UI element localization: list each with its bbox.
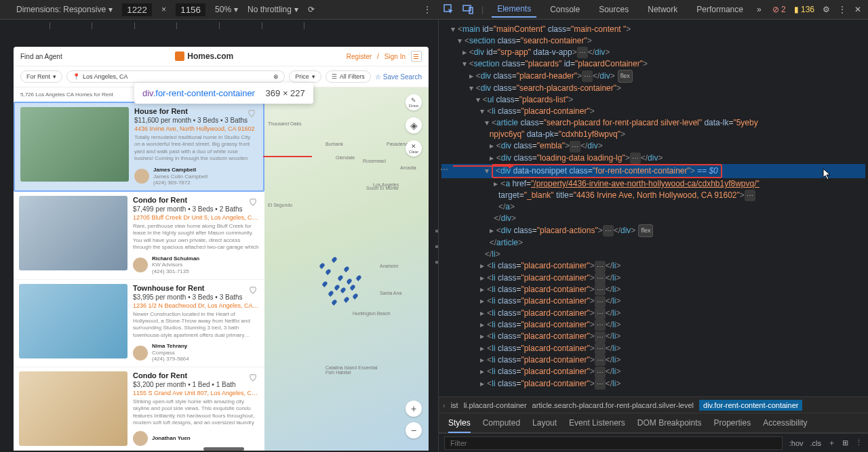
tab-elements[interactable]: Elements [492,1,536,18]
listing-description: Newer Construction located in the Heart … [133,311,259,340]
tab-network[interactable]: Network [642,2,683,17]
agent-name: James Campbell [153,167,208,173]
tab-console[interactable]: Console [545,2,585,17]
listing-card[interactable]: Townhouse for Rent $3,995 per month • 3 … [14,280,264,367]
listing-address[interactable]: 4436 Irvine Ave, North Hollywood, CA 916… [134,125,258,132]
cls-toggle[interactable]: .cls [810,439,822,447]
tab-computed[interactable]: Computed [483,418,520,428]
device-icon[interactable] [462,4,473,15]
settings-icon[interactable]: ⚙ [823,5,830,14]
hov-toggle[interactable]: :hov [789,439,804,447]
height-input[interactable] [176,3,205,16]
listing-price: $7,499 per month • 3 Beds • 2 Baths [133,205,259,213]
breadcrumb-scroll-left[interactable]: ‹ [443,401,446,409]
agent-phone: (424) 379-5864 [152,356,189,363]
annotation-arrow [263,156,312,157]
agent-avatar [133,346,148,361]
styles-filter-input[interactable] [444,436,783,450]
agent-company: James Colin Campbell [153,173,208,180]
listing-photo[interactable] [19,196,127,270]
heart-icon[interactable] [248,197,258,207]
listing-photo[interactable] [19,371,127,446]
results-column: 5,726 Los Angeles CA Homes for Rent Hous… [14,87,264,451]
tab-dom-breakpoints[interactable]: DOM Breakpoints [637,418,702,428]
width-input[interactable] [122,3,152,16]
heart-icon[interactable] [248,373,258,382]
styles-kebab-icon[interactable]: ⋮ [855,438,863,447]
logo-icon [175,52,184,61]
agent-company: Compass [152,350,189,356]
agent-phone: (424) 301-7135 [152,268,199,275]
listing-address[interactable]: 1155 S Grand Ave Unit 807, Los Angeles, … [133,390,259,396]
signin-link[interactable]: Sign In [384,53,406,60]
map[interactable]: Calabasas Thousand Oaks Burbank Pasadena… [264,87,429,451]
heart-icon[interactable] [247,108,256,118]
kebab-icon[interactable]: ⋮ [423,5,431,14]
map-clear-btn[interactable]: ✕Clear [406,140,422,157]
close-icon[interactable]: ✕ [854,5,861,14]
dom-tree[interactable]: ▾<main id="mainContent" class="main-cont… [439,20,868,396]
map-zoom-out[interactable]: − [406,422,422,438]
listing-card[interactable]: Condo for Rent $3,200 per month • 1 Bed … [14,367,264,451]
styles-filter-row: :hov .cls ＋ ⊞ ⋮ [439,433,868,452]
inspect-icon[interactable] [443,4,454,15]
dimension-x: × [161,5,166,14]
filter-rent-pill[interactable]: For Rent ▾ [20,70,62,83]
more-tabs-icon[interactable]: » [757,5,762,14]
breadcrumb-item[interactable]: li.placard-container [464,401,527,409]
tab-layout[interactable]: Layout [532,418,557,428]
map-zoom-in[interactable]: + [406,400,422,417]
throttle-dropdown[interactable]: No throttling ▾ [248,5,298,14]
listing-photo[interactable] [19,284,127,358]
agent-avatar [133,258,148,272]
listing-title: House for Rent [134,107,258,115]
site-header: Find an Agent Homes.com Register / Sign … [14,47,429,66]
location-input[interactable]: 📍 Los Angeles, CA⊗ [66,70,285,83]
agent-phone: (424) 369-7872 [153,180,208,186]
site-logo[interactable]: Homes.com [175,52,233,61]
map-layers-btn[interactable]: ◈ [406,117,422,133]
new-style-rule-icon[interactable]: ＋ [828,438,835,448]
listing-address[interactable]: 12705 Bluff Creek Dr Unit 5, Los Angeles… [133,214,259,221]
tab-styles[interactable]: Styles [448,418,471,433]
zoom-dropdown[interactable]: 50% ▾ [215,5,238,14]
rotate-icon[interactable]: ⟳ [308,5,315,14]
listing-title: Condo for Rent [133,371,259,379]
listing-title: Condo for Rent [133,196,259,204]
error-count[interactable]: ⊘ 2 [772,5,786,14]
heart-icon[interactable] [248,285,258,295]
listing-card[interactable]: Condo for Rent $7,499 per month • 3 Beds… [14,192,264,280]
tab-accessibility[interactable]: Accessibility [763,418,807,428]
filter-price-pill[interactable]: Price ▾ [289,70,321,83]
find-agent-link[interactable]: Find an Agent [20,53,62,60]
breadcrumb-item[interactable]: ist [451,401,458,409]
styles-more-icon[interactable]: ⊞ [842,438,848,447]
splitter-handle[interactable] [435,230,439,264]
account-icon[interactable]: ☰ [411,51,422,62]
filter-all-pill[interactable]: ☰ All Filters [326,70,371,83]
listing-description: Rare, penthouse view home along Bluff Cr… [133,223,259,251]
dom-breadcrumbs[interactable]: ‹ ist li.placard-container article.searc… [439,396,868,413]
listing-address[interactable]: 1236 1/2 N Beachwood Dr, Los Angeles, CA… [133,302,259,309]
inspect-tooltip: div.for-rent-content-container 369 × 227 [134,83,313,104]
tab-sources[interactable]: Sources [593,2,634,17]
save-search-link[interactable]: ☆ Save Search [375,73,422,81]
tab-event-listeners[interactable]: Event Listeners [569,418,625,428]
tab-performance[interactable]: Performance [691,2,749,17]
map-draw-btn[interactable]: ✎Draw [406,94,422,110]
listing-description: Striking open-loft style home with amazi… [133,398,259,427]
drag-handle[interactable] [203,447,244,451]
breadcrumb-item-active[interactable]: div.for-rent-content-container [699,400,802,411]
agent-name: Richard Schulman [152,255,199,262]
register-link[interactable]: Register [347,53,372,60]
listing-price: $11,600 per month • 3 Beds • 3 Baths [134,117,258,124]
dimensions-dropdown[interactable]: Dimensions: Responsive ▾ [16,5,113,14]
listing-card[interactable]: House for Rent $11,600 per month • 3 Bed… [14,102,264,192]
breadcrumb-item[interactable]: article.search-placard.for-rent-placard.… [532,401,694,409]
warning-count[interactable]: ▮ 136 [794,5,814,14]
tab-properties[interactable]: Properties [714,418,751,428]
listing-title: Townhouse for Rent [133,284,259,292]
listing-photo[interactable] [20,107,129,182]
kebab-icon[interactable]: ⋮ [838,5,846,14]
listing-price: $3,995 per month • 3 Beds • 3 Baths [133,293,259,301]
